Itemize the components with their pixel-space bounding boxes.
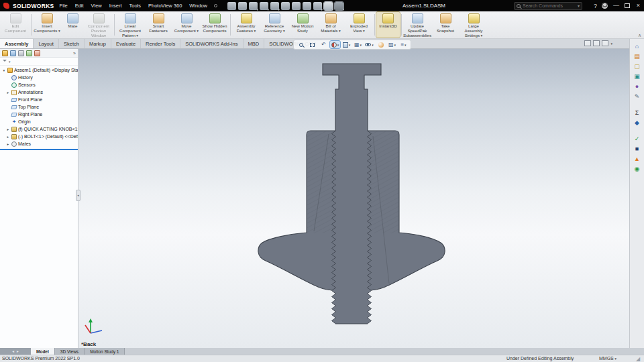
configurationmanager-tab-icon[interactable] <box>18 50 24 56</box>
menu-insert[interactable]: Insert <box>107 3 124 9</box>
graphics-viewport[interactable]: *Back <box>0 49 629 348</box>
close-button[interactable]: × <box>635 0 642 11</box>
panel-splitter-handle[interactable]: ◂ <box>76 190 80 201</box>
tab-3d-views[interactable]: 3D Views <box>55 348 85 355</box>
tab-mbd[interactable]: MBD <box>244 39 265 48</box>
rebuild-icon[interactable] <box>292 2 301 10</box>
tree-item-bolt[interactable]: ▸ (-) BOLT<1> (Default) <<Default... <box>0 133 78 140</box>
help-icon[interactable]: ? <box>594 3 597 9</box>
expand-arrow-icon[interactable]: ▾ <box>2 68 6 72</box>
view-orientation-icon[interactable]: ▾ <box>341 41 352 48</box>
filter-funnel-icon[interactable] <box>3 60 7 64</box>
model-canvas[interactable] <box>0 49 629 348</box>
expand-arrow-icon[interactable]: ▸ <box>6 90 10 95</box>
maximize-button[interactable] <box>625 3 630 8</box>
expand-arrow-icon[interactable]: ▸ <box>6 135 10 139</box>
tab-evaluate[interactable]: Evaluate <box>111 39 141 48</box>
ribbon-button-linear-component-pattern[interactable]: Linear Component Pattern <box>116 12 144 38</box>
user-account-icon[interactable] <box>602 3 608 9</box>
solidworks-resources-icon[interactable]: ⌂ <box>633 42 642 50</box>
chevron-down-icon[interactable]: ▾ <box>610 42 612 46</box>
ribbon-button-reference-geometry[interactable]: Reference Geometry <box>260 12 288 38</box>
tab-motion-study-1[interactable]: Motion Study 1 <box>85 348 125 355</box>
edit-appearance-icon[interactable] <box>376 41 386 48</box>
file-explorer-icon[interactable]: ▢ <box>633 62 642 70</box>
design-checker-addin-icon[interactable]: ✓ <box>633 135 642 143</box>
restore-window-icon[interactable] <box>584 40 591 46</box>
menu-edit[interactable]: Edit <box>73 3 86 9</box>
minimize-window-icon[interactable] <box>593 40 600 46</box>
tab-scroll-left-icon[interactable]: ◂ <box>12 349 14 353</box>
tab-sketch[interactable]: Sketch <box>59 39 85 48</box>
file-properties-icon[interactable] <box>303 2 311 10</box>
chevron-down-icon[interactable]: ▾ <box>9 60 11 64</box>
previous-view-icon[interactable]: ↶ <box>319 41 329 48</box>
menu-file[interactable]: File <box>58 3 70 9</box>
expand-arrow-icon[interactable]: ▸ <box>6 127 10 131</box>
appearances-scenes-icon[interactable]: ● <box>633 82 642 90</box>
zoom-to-area-icon[interactable] <box>307 41 317 48</box>
redo-icon[interactable] <box>281 2 290 10</box>
panel-tabs-overflow-icon[interactable]: » <box>73 51 76 56</box>
open-document-icon[interactable] <box>238 2 247 10</box>
menu-window[interactable]: Window <box>187 3 209 9</box>
tree-item-quick-acting-knob[interactable]: ▸ (f) QUICK ACTING KNOB<1> (Def... <box>0 125 78 133</box>
ribbon-button-update-speedpak-subassemblies[interactable]: Update SpeedPak Subassemblies <box>403 12 431 38</box>
ribbon-button-move-component[interactable]: Move Component <box>172 12 201 38</box>
featuremanager-tab-icon[interactable] <box>2 50 8 56</box>
tab-assembly[interactable]: Assembly <box>0 39 34 48</box>
zoom-fit-icon[interactable] <box>296 41 306 48</box>
custom-properties-icon[interactable]: ✎ <box>633 93 642 101</box>
menu-view[interactable]: View <box>89 3 104 9</box>
design-library-icon[interactable]: ▤ <box>633 52 642 60</box>
print-icon[interactable]: ▾ <box>260 2 268 10</box>
propertymanager-tab-icon[interactable] <box>10 50 16 56</box>
search-input[interactable] <box>523 3 576 8</box>
active-tool-icon[interactable]: ▾ <box>335 2 343 10</box>
ribbon-button-insert-components[interactable]: Insert Components <box>33 12 61 38</box>
close-window-icon[interactable] <box>602 40 608 46</box>
tree-item-origin[interactable]: Origin <box>0 118 78 125</box>
hide-show-items-icon[interactable]: ▾ <box>364 41 374 48</box>
units-selector[interactable]: MMGS <box>599 356 616 361</box>
command-search[interactable]: ▾ <box>514 2 582 10</box>
ribbon-button-instant3d[interactable]: Instant3D <box>376 12 400 38</box>
ribbon-button-exploded-view[interactable]: Exploded View <box>345 12 373 38</box>
tree-item-top-plane[interactable]: Top Plane <box>0 103 78 111</box>
ribbon-button-take-snapshot[interactable]: Take Snapshot <box>431 12 460 38</box>
menu-tools[interactable]: Tools <box>127 3 143 9</box>
view-settings-icon[interactable]: ≡▾ <box>398 41 409 48</box>
new-document-icon[interactable] <box>227 2 236 10</box>
ribbon-button-new-motion-study[interactable]: New Motion Study <box>288 12 317 38</box>
tab-solidworks-add-ins[interactable]: SOLIDWORKS Add-Ins <box>180 39 243 48</box>
chevron-down-icon[interactable]: ▾ <box>578 3 580 8</box>
ribbon-button-mate[interactable]: Mate <box>61 12 85 38</box>
tree-item-mates[interactable]: ▸ Mates <box>0 140 78 147</box>
tab-layout[interactable]: Layout <box>34 39 59 48</box>
tree-item-sensors[interactable]: Sensors <box>0 81 78 88</box>
equations-addin-icon[interactable]: Σ <box>633 109 642 117</box>
tree-item-annotations[interactable]: ▸ Annotations <box>0 88 78 96</box>
tree-item-history[interactable]: History <box>0 74 78 81</box>
ribbon-button-bill-of-materials[interactable]: Bill of Materials <box>317 12 345 38</box>
tree-root-row[interactable]: ▾ Assem1 (Default) <Display State-1> <box>0 66 78 74</box>
dimxpertmanager-tab-icon[interactable] <box>26 50 32 56</box>
options-icon[interactable]: ▾ <box>313 2 322 10</box>
save-icon[interactable]: ▾ <box>249 2 258 10</box>
ribbon-button-smart-fasteners[interactable]: Smart Fasteners <box>144 12 172 38</box>
ribbon-collapse-icon[interactable]: ∧ <box>638 33 641 38</box>
display-style-icon[interactable]: ▦▾ <box>353 41 363 48</box>
ribbon-button-assembly-features[interactable]: Assembly Features <box>232 12 260 38</box>
tab-scroll-right-icon[interactable]: ▸ <box>17 349 19 353</box>
3dexperience-addin-icon[interactable]: ■ <box>633 145 642 153</box>
tree-item-right-plane[interactable]: Right Plane <box>0 111 78 118</box>
tree-split-bar[interactable] <box>0 149 78 150</box>
menu-photoview360[interactable]: PhotoView 360 <box>146 3 184 9</box>
undo-icon[interactable]: ▾ <box>270 2 279 10</box>
section-view-icon[interactable]: ▾ <box>330 41 340 48</box>
apply-scene-icon[interactable]: ▨▾ <box>387 41 397 48</box>
menu-pin-icon[interactable] <box>214 4 217 7</box>
tab-markup[interactable]: Markup <box>85 39 111 48</box>
select-icon[interactable]: ▾ <box>324 2 333 10</box>
expand-arrow-icon[interactable]: ▸ <box>6 142 10 146</box>
